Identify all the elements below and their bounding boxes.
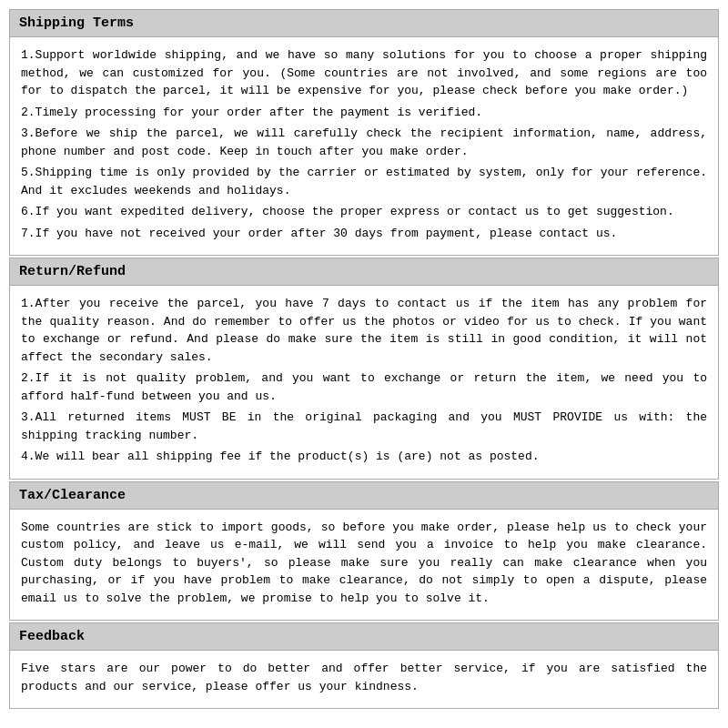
section-return-refund: Return/Refund1.After you receive the par… [9,258,719,480]
paragraph: 7.If you have not received your order af… [21,225,707,243]
paragraph: 1.Support worldwide shipping, and we hav… [21,46,707,100]
section-header-shipping-terms: Shipping Terms [10,10,718,37]
page-container: Shipping Terms1.Support worldwide shippi… [0,0,728,720]
section-title-shipping-terms: Shipping Terms [19,15,134,31]
paragraph: 1.After you receive the parcel, you have… [21,295,707,366]
section-feedback: FeedbackFive stars are our power to do b… [9,622,719,709]
section-body-return-refund: 1.After you receive the parcel, you have… [10,286,718,479]
paragraph: Some countries are stick to import goods… [21,519,707,608]
section-title-tax-clearance: Tax/Clearance [19,488,126,503]
section-shipping-terms: Shipping Terms1.Support worldwide shippi… [9,9,719,256]
section-tax-clearance: Tax/ClearanceSome countries are stick to… [9,481,719,622]
paragraph: 4.We will bear all shipping fee if the p… [21,448,707,466]
paragraph: 3.Before we ship the parcel, we will car… [21,125,707,160]
section-body-feedback: Five stars are our power to do better an… [10,651,718,708]
paragraph: 2.Timely processing for your order after… [21,104,707,122]
section-header-tax-clearance: Tax/Clearance [10,482,718,510]
section-header-return-refund: Return/Refund [10,258,718,286]
section-title-return-refund: Return/Refund [19,264,126,279]
section-header-feedback: Feedback [10,623,718,651]
paragraph: 2.If it is not quality problem, and you … [21,369,707,405]
paragraph: Five stars are our power to do better an… [21,660,707,695]
section-title-feedback: Feedback [19,629,85,644]
section-body-tax-clearance: Some countries are stick to import goods… [10,510,718,621]
section-body-shipping-terms: 1.Support worldwide shipping, and we hav… [10,37,718,255]
paragraph: 6.If you want expedited delivery, choose… [21,203,707,221]
paragraph: 5.Shipping time is only provided by the … [21,164,707,199]
paragraph: 3.All returned items MUST BE in the orig… [21,409,707,444]
